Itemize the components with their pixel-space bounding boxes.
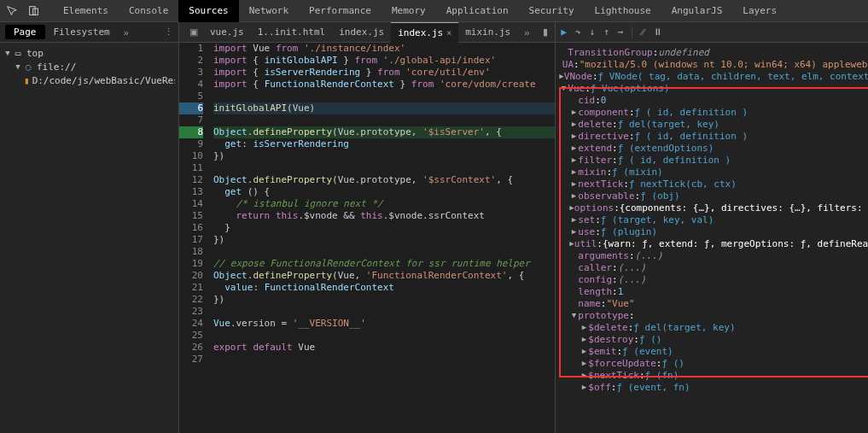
navigator-tab-page[interactable]: Page [5, 25, 45, 39]
devtools-tab-sources[interactable]: Sources [178, 0, 238, 22]
file-tab[interactable]: vue.js [203, 22, 251, 43]
line-number[interactable]: 2 [179, 55, 203, 67]
code-line[interactable] [213, 354, 555, 366]
scope-property[interactable]: ▼prototype: [559, 309, 868, 321]
scope-property[interactable]: UA: "mozilla/5.0 (windows nt 10.0; win64… [559, 58, 868, 70]
pause-exceptions-icon[interactable]: ⏸ [653, 26, 662, 38]
scope-property[interactable]: ▶set: ƒ (target, key, val) [559, 214, 868, 225]
devtools-tab-memory[interactable]: Memory [382, 0, 436, 22]
code-line[interactable]: return this.$vnode && this.$vnode.ssrCon… [213, 210, 555, 222]
scope-property[interactable]: ▶options: {components: {…}, directives: … [559, 202, 868, 214]
code-line[interactable]: import Vue from './instance/index' [213, 43, 555, 55]
line-number[interactable]: 22 [179, 294, 203, 306]
more-files-icon[interactable]: » [517, 27, 536, 38]
resume-icon[interactable]: ▶ [561, 26, 567, 38]
line-number[interactable]: 17 [179, 234, 203, 246]
code-line[interactable]: }) [213, 150, 555, 162]
file-tab[interactable]: index.js× [391, 22, 458, 43]
expand-arrow-icon[interactable]: ▼ [569, 311, 578, 319]
line-number[interactable]: 24 [179, 318, 203, 330]
scope-property[interactable]: TransitionGroup: undefined [559, 46, 868, 58]
scope-property[interactable]: ▶$delete: ƒ del(target, key) [559, 321, 868, 333]
scope-property[interactable]: ▶observable: ƒ (obj) [559, 190, 868, 202]
expand-arrow-icon[interactable]: ▶ [569, 167, 578, 176]
code-line[interactable]: export default Vue [213, 342, 555, 354]
devtools-tab-application[interactable]: Application [436, 0, 519, 22]
line-number[interactable]: 13 [179, 186, 203, 198]
tab-history-icon[interactable]: ▣ [184, 26, 203, 38]
scope-property[interactable]: arguments: (...) [559, 249, 868, 261]
scope-property[interactable]: ▶extend: ƒ (extendOptions) [559, 142, 868, 154]
code-line[interactable]: Vue.version = '__VERSION__' [213, 318, 555, 330]
step-out-icon[interactable]: ↑ [603, 26, 609, 38]
line-number[interactable]: 26 [179, 342, 203, 354]
expand-arrow-icon[interactable]: ▶ [569, 143, 578, 152]
expand-arrow-icon[interactable]: ▶ [569, 227, 578, 236]
scope-property[interactable]: ▶delete: ƒ del(target, key) [559, 118, 868, 130]
line-number[interactable]: 21 [179, 282, 203, 294]
file-tab[interactable]: index.js [332, 22, 391, 43]
expand-arrow-icon[interactable]: ▶ [580, 335, 588, 343]
more-tabs-icon[interactable]: » [119, 27, 134, 38]
devtools-tab-layers[interactable]: Layers [732, 0, 787, 22]
navigator-more-icon[interactable]: ⋮ [164, 26, 173, 38]
file-tab[interactable]: 1..init.html [251, 22, 332, 43]
line-number[interactable]: 9 [179, 138, 203, 150]
code-line[interactable]: Object.defineProperty(Vue.prototype, '$i… [213, 126, 555, 138]
scope-property[interactable]: ▶directive: ƒ ( id, definition ) [559, 130, 868, 142]
devtools-tab-performance[interactable]: Performance [299, 0, 382, 22]
code-line[interactable]: get: isServerRendering [213, 138, 555, 150]
line-number[interactable]: 3 [179, 67, 203, 79]
code-line[interactable]: } [213, 222, 555, 234]
line-number[interactable]: 1 [179, 43, 203, 55]
code-line[interactable] [213, 114, 555, 126]
device-toolbar-icon[interactable] [22, 5, 44, 16]
code-line[interactable] [213, 91, 555, 102]
line-number[interactable]: 8 [179, 126, 203, 138]
scope-property[interactable]: caller: (...) [559, 261, 868, 273]
inspect-icon[interactable] [0, 5, 22, 16]
line-number[interactable]: 19 [179, 258, 203, 270]
line-number[interactable]: 7 [179, 114, 203, 126]
scope-property[interactable]: config: (...) [559, 273, 868, 285]
scope-property[interactable]: ▶$nextTick: ƒ (fn) [559, 369, 868, 381]
scope-property[interactable]: name: "Vue" [559, 297, 868, 309]
line-number[interactable]: 10 [179, 150, 203, 162]
scope-property[interactable]: ▶use: ƒ (plugin) [559, 225, 868, 237]
scope-property[interactable]: ▼Vue: ƒ Vue(options) [559, 82, 868, 94]
devtools-tab-network[interactable]: Network [239, 0, 299, 22]
code-line[interactable]: import { isServerRendering } from 'core/… [213, 67, 555, 79]
scope-property[interactable]: ▶$forceUpdate: ƒ () [559, 357, 868, 369]
deactivate-breakpoints-icon[interactable]: ⁄⁄ [641, 26, 644, 38]
expand-arrow-icon[interactable]: ▶ [569, 215, 578, 224]
tree-origin[interactable]: ▼ ◌ file:// [3, 60, 175, 73]
code-line[interactable]: import { initGlobalAPI } from './global-… [213, 55, 555, 67]
scope-property[interactable]: ▶util: {warn: ƒ, extend: ƒ, mergeOptions… [559, 237, 868, 249]
line-number[interactable]: 25 [179, 330, 203, 342]
close-icon[interactable]: × [446, 28, 451, 38]
line-number[interactable]: 4 [179, 79, 203, 91]
code-line[interactable]: Object.defineProperty(Vue.prototype, '$s… [213, 174, 555, 186]
line-number[interactable]: 23 [179, 306, 203, 318]
tree-root[interactable]: ▼ ▭ top [3, 46, 175, 60]
step-icon[interactable]: → [618, 26, 624, 38]
code-line[interactable]: // expose FunctionalRenderContext for ss… [213, 258, 555, 270]
code-editor[interactable]: 1234567891011121314151617181920212223242… [179, 43, 555, 433]
expand-arrow-icon[interactable]: ▶ [580, 359, 588, 367]
scope-property[interactable]: ▶$destroy: ƒ () [559, 333, 868, 345]
scope-property[interactable]: ▶mixin: ƒ (mixin) [559, 166, 868, 178]
scope-property[interactable]: ▶nextTick: ƒ nextTick(cb, ctx) [559, 178, 868, 190]
code-line[interactable] [213, 246, 555, 258]
expand-arrow-icon[interactable]: ▶ [580, 323, 588, 331]
scope-property[interactable]: ▶component: ƒ ( id, definition ) [559, 106, 868, 118]
scope-property[interactable]: ▶VNode: ƒ VNode( tag, data, children, te… [559, 70, 868, 82]
line-number[interactable]: 6 [179, 102, 203, 114]
expand-arrow-icon[interactable]: ▶ [569, 191, 578, 200]
code-line[interactable]: /* istanbul ignore next */ [213, 198, 555, 210]
scope-property[interactable]: length: 1 [559, 285, 868, 297]
scope-property[interactable]: cid: 0 [559, 94, 868, 106]
file-tab[interactable]: mixin.js [458, 22, 517, 43]
editor-more-icon[interactable]: ▮ [536, 26, 555, 38]
devtools-tab-elements[interactable]: Elements [53, 0, 119, 22]
line-number[interactable]: 16 [179, 222, 203, 234]
